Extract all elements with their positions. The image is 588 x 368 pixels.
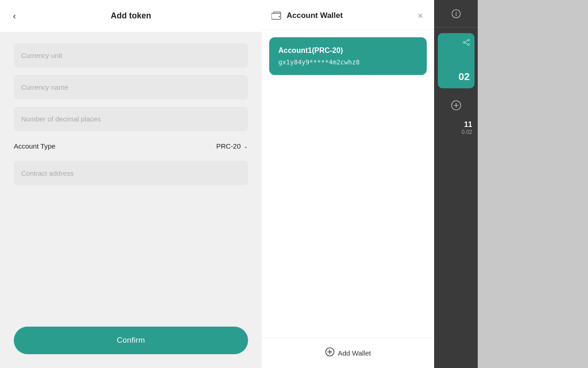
svg-point-7 (455, 13, 456, 14)
svg-point-10 (463, 41, 465, 43)
add-wallet-label: Add Wallet (338, 349, 371, 357)
add-wallet-button[interactable]: Add Wallet (325, 347, 371, 359)
stats-number: 11 (434, 121, 472, 129)
right-sidebar: 02 11 0.02 (434, 0, 478, 368)
account-type-label: Account Type (14, 142, 56, 150)
decimal-places-input[interactable] (14, 107, 248, 131)
chevron-down-icon: ⌄ (243, 143, 248, 150)
account-type-dropdown[interactable]: PRC-20 ⌄ (216, 142, 248, 150)
svg-point-8 (455, 15, 456, 16)
modal-footer: Add Wallet (262, 338, 434, 368)
modal-content: Account1(PRC-20) gx1y84y9*****4m2cwhz8 (262, 30, 434, 338)
svg-point-11 (468, 44, 469, 46)
svg-point-6 (455, 12, 456, 12)
share-icon (463, 39, 470, 48)
svg-line-13 (465, 43, 468, 44)
left-panel-content: Account Type PRC-20 ⌄ (0, 32, 262, 327)
card-number: 02 (458, 71, 469, 83)
close-button[interactable]: × (416, 9, 425, 22)
account-type-value: PRC-20 (216, 142, 241, 150)
currency-unit-input[interactable] (14, 43, 248, 68)
svg-line-12 (465, 40, 468, 42)
account-card[interactable]: Account1(PRC-20) gx1y84y9*****4m2cwhz8 (269, 37, 427, 75)
modal-title: Account Wallet (287, 11, 343, 20)
svg-point-1 (279, 16, 280, 17)
account-name: Account1(PRC-20) (278, 46, 418, 55)
add-circle-icon (325, 347, 334, 359)
back-button[interactable]: ‹ (9, 9, 20, 23)
sidebar-add-button[interactable] (434, 94, 478, 117)
page-title: Add token (111, 11, 151, 21)
currency-name-input[interactable] (14, 75, 248, 99)
left-panel-header: ‹ Add token (0, 0, 262, 32)
contract-address-input[interactable] (14, 161, 248, 185)
more-options-button[interactable] (434, 0, 478, 28)
teal-card: 02 (438, 33, 475, 88)
account-address: gx1y84y9*****4m2cwhz8 (278, 58, 418, 66)
add-token-panel: ‹ Add token Account Type PRC-20 ⌄ Confir… (0, 0, 262, 368)
confirm-button[interactable]: Confirm (14, 327, 248, 354)
modal-title-row: Account Wallet (271, 11, 343, 20)
svg-point-9 (468, 39, 469, 41)
modal-header: Account Wallet × (262, 0, 434, 30)
account-wallet-modal: Account Wallet × Account1(PRC-20) gx1y84… (262, 0, 434, 368)
wallet-icon (271, 11, 282, 20)
sidebar-stats: 11 0.02 (434, 121, 478, 135)
stats-value: 0.02 (434, 129, 472, 135)
account-type-row: Account Type PRC-20 ⌄ (14, 138, 248, 154)
